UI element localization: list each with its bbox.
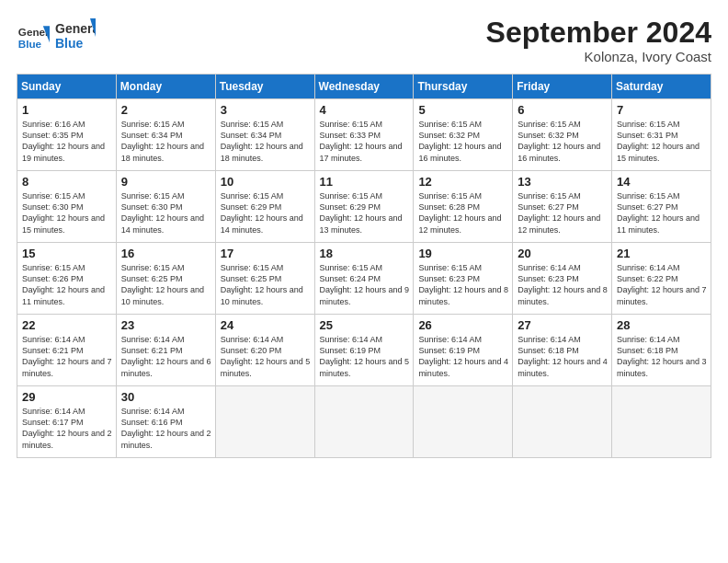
sunrise-label: Sunrise: 6:14 AM (320, 335, 383, 344)
sunrise-label: Sunrise: 6:15 AM (418, 191, 482, 201)
table-row: 2 Sunrise: 6:15 AM Sunset: 6:34 PM Dayli… (116, 99, 215, 171)
day-info: Sunrise: 6:14 AM Sunset: 6:20 PM Dayligh… (221, 334, 311, 379)
daylight-label: Daylight: 12 hours and 10 minutes. (121, 285, 204, 305)
day-number: 14 (617, 175, 707, 189)
sunrise-label: Sunrise: 6:14 AM (121, 335, 185, 344)
daylight-label: Daylight: 12 hours and 13 minutes. (320, 213, 403, 234)
day-info: Sunrise: 6:14 AM Sunset: 6:16 PM Dayligh… (121, 406, 211, 451)
sunset-label: Sunset: 6:29 PM (320, 202, 381, 212)
table-row: 28 Sunrise: 6:14 AM Sunset: 6:18 PM Dayl… (612, 315, 711, 386)
sunset-label: Sunset: 6:35 PM (22, 131, 84, 140)
day-number: 12 (418, 175, 508, 189)
calendar-week-row: 29 Sunrise: 6:14 AM Sunset: 6:17 PM Dayl… (17, 386, 711, 458)
sunrise-label: Sunrise: 6:15 AM (221, 263, 284, 272)
day-number: 2 (121, 103, 211, 117)
sunset-label: Sunset: 6:17 PM (22, 418, 84, 427)
sunrise-label: Sunrise: 6:14 AM (518, 335, 581, 344)
daylight-label: Daylight: 12 hours and 4 minutes. (518, 357, 608, 377)
day-info: Sunrise: 6:15 AM Sunset: 6:30 PM Dayligh… (22, 190, 112, 236)
sunset-label: Sunset: 6:29 PM (221, 202, 282, 212)
day-number: 20 (518, 247, 608, 260)
day-number: 27 (518, 318, 608, 332)
day-number: 30 (121, 390, 211, 404)
day-number: 5 (418, 103, 508, 117)
day-info: Sunrise: 6:14 AM Sunset: 6:23 PM Dayligh… (518, 262, 608, 307)
day-info: Sunrise: 6:15 AM Sunset: 6:33 PM Dayligh… (320, 119, 410, 164)
daylight-label: Daylight: 12 hours and 7 minutes. (617, 285, 707, 305)
sunrise-label: Sunrise: 6:15 AM (320, 263, 383, 272)
day-info: Sunrise: 6:14 AM Sunset: 6:21 PM Dayligh… (22, 334, 112, 379)
logo: General Blue General Blue (17, 17, 96, 55)
day-number: 1 (22, 103, 112, 117)
sunrise-label: Sunrise: 6:14 AM (22, 335, 85, 344)
sunset-label: Sunset: 6:27 PM (617, 202, 678, 212)
daylight-label: Daylight: 12 hours and 8 minutes. (418, 285, 508, 305)
sunset-label: Sunset: 6:23 PM (418, 274, 480, 283)
table-row (612, 386, 711, 458)
table-row (314, 386, 414, 458)
day-info: Sunrise: 6:16 AM Sunset: 6:35 PM Dayligh… (22, 119, 112, 164)
day-number: 18 (320, 247, 410, 260)
day-info: Sunrise: 6:15 AM Sunset: 6:32 PM Dayligh… (518, 119, 608, 164)
day-number: 29 (22, 390, 112, 404)
day-number: 16 (121, 247, 211, 260)
day-number: 15 (22, 247, 112, 260)
table-row: 22 Sunrise: 6:14 AM Sunset: 6:21 PM Dayl… (17, 315, 117, 386)
sunrise-label: Sunrise: 6:15 AM (418, 120, 482, 129)
daylight-label: Daylight: 12 hours and 16 minutes. (518, 142, 600, 162)
table-row: 4 Sunrise: 6:15 AM Sunset: 6:33 PM Dayli… (314, 99, 414, 171)
logo-icon: General Blue (17, 19, 50, 52)
day-number: 3 (221, 103, 311, 117)
calendar-week-row: 1 Sunrise: 6:16 AM Sunset: 6:35 PM Dayli… (17, 99, 711, 171)
daylight-label: Daylight: 12 hours and 4 minutes. (418, 357, 508, 377)
sunset-label: Sunset: 6:31 PM (617, 131, 678, 140)
table-row: 8 Sunrise: 6:15 AM Sunset: 6:30 PM Dayli… (17, 171, 117, 243)
sunrise-label: Sunrise: 6:15 AM (22, 263, 85, 272)
day-number: 10 (221, 175, 311, 189)
daylight-label: Daylight: 12 hours and 3 minutes. (617, 357, 707, 377)
day-info: Sunrise: 6:15 AM Sunset: 6:34 PM Dayligh… (221, 119, 311, 164)
table-row: 30 Sunrise: 6:14 AM Sunset: 6:16 PM Dayl… (116, 386, 215, 458)
day-number: 19 (418, 247, 508, 260)
table-row: 27 Sunrise: 6:14 AM Sunset: 6:18 PM Dayl… (513, 315, 612, 386)
table-row: 24 Sunrise: 6:14 AM Sunset: 6:20 PM Dayl… (215, 315, 314, 386)
sunset-label: Sunset: 6:18 PM (617, 346, 678, 355)
day-info: Sunrise: 6:15 AM Sunset: 6:25 PM Dayligh… (221, 262, 311, 307)
title-block: September 2024 Kolonza, Ivory Coast (486, 17, 711, 64)
day-number: 13 (518, 175, 608, 189)
day-info: Sunrise: 6:15 AM Sunset: 6:24 PM Dayligh… (320, 262, 410, 307)
logo-blue-text: Blue (55, 36, 84, 51)
daylight-label: Daylight: 12 hours and 7 minutes. (22, 357, 112, 377)
sunrise-label: Sunrise: 6:15 AM (121, 191, 185, 201)
table-row: 23 Sunrise: 6:14 AM Sunset: 6:21 PM Dayl… (116, 315, 215, 386)
table-row: 17 Sunrise: 6:15 AM Sunset: 6:25 PM Dayl… (215, 243, 314, 315)
sunset-label: Sunset: 6:28 PM (418, 202, 480, 212)
table-row: 18 Sunrise: 6:15 AM Sunset: 6:24 PM Dayl… (314, 243, 414, 315)
table-row: 26 Sunrise: 6:14 AM Sunset: 6:19 PM Dayl… (414, 315, 513, 386)
sunrise-label: Sunrise: 6:14 AM (617, 335, 680, 344)
col-sunday: Sunday (17, 75, 117, 99)
sunrise-label: Sunrise: 6:16 AM (22, 120, 85, 129)
col-tuesday: Tuesday (215, 75, 314, 99)
table-row: 6 Sunrise: 6:15 AM Sunset: 6:32 PM Dayli… (513, 99, 612, 171)
calendar-week-row: 15 Sunrise: 6:15 AM Sunset: 6:26 PM Dayl… (17, 243, 711, 315)
sunset-label: Sunset: 6:30 PM (22, 202, 84, 212)
sunrise-label: Sunrise: 6:14 AM (221, 335, 284, 344)
daylight-label: Daylight: 12 hours and 2 minutes. (22, 429, 112, 449)
daylight-label: Daylight: 12 hours and 5 minutes. (221, 357, 311, 377)
table-row: 7 Sunrise: 6:15 AM Sunset: 6:31 PM Dayli… (612, 99, 711, 171)
day-number: 4 (320, 103, 410, 117)
sunset-label: Sunset: 6:34 PM (121, 131, 183, 140)
sunrise-label: Sunrise: 6:15 AM (617, 120, 680, 129)
page: General Blue General Blue September 2024… (0, 0, 728, 563)
day-info: Sunrise: 6:15 AM Sunset: 6:30 PM Dayligh… (121, 190, 211, 236)
sunset-label: Sunset: 6:22 PM (617, 274, 678, 283)
table-row (513, 386, 612, 458)
day-number: 24 (221, 318, 311, 332)
sunrise-label: Sunrise: 6:15 AM (320, 191, 383, 201)
calendar-header-row: Sunday Monday Tuesday Wednesday Thursday… (17, 75, 711, 99)
day-info: Sunrise: 6:14 AM Sunset: 6:21 PM Dayligh… (121, 334, 211, 379)
calendar-title: September 2024 (486, 17, 711, 49)
calendar-subtitle: Kolonza, Ivory Coast (486, 49, 711, 64)
sunset-label: Sunset: 6:23 PM (518, 274, 579, 283)
